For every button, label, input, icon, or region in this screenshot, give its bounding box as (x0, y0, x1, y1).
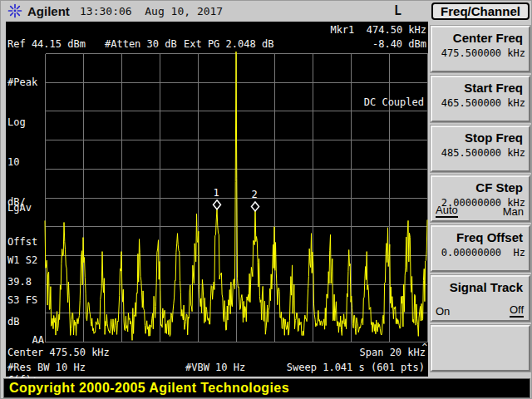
svg-text:1: 1 (213, 187, 219, 199)
menu-title: Freq/Channel (431, 2, 530, 20)
log-scale-label: Log (7, 116, 43, 131)
vbw-annotation: #VBW 10 Hz (185, 362, 245, 374)
copyright-text: Copyright 2000-2005 Agilent Technologies (9, 381, 289, 396)
peak-detector-label: #Peak (7, 76, 43, 91)
svg-text:2: 2 (251, 189, 257, 200)
softkey-title: Stop Freq (465, 131, 523, 145)
softkey-blank[interactable] (431, 325, 530, 372)
copyright-bar: Copyright 2000-2005 Agilent Technologies (3, 378, 530, 398)
agilent-spark-icon (7, 3, 22, 18)
crt-display: 12 Mkr1 474.50 kHz -8.40 dBm Ref 44.15 d… (6, 22, 428, 377)
center-freq-annotation: Center 475.50 kHz (7, 347, 110, 359)
softkey-value: 475.500000 kHz (441, 47, 525, 59)
softkey-value: 465.500000 kHz (441, 97, 525, 109)
db-per-div-value: 10 (7, 156, 43, 171)
toggle-off[interactable]: Off (510, 303, 524, 318)
span-caret: ^ (421, 341, 427, 353)
date-time: 13:30:06 Aug 10, 2017 (80, 5, 223, 17)
softkey-start-freq[interactable]: Start Freq 465.500000 kHz (431, 76, 530, 122)
toggle-man[interactable]: Man (503, 205, 524, 218)
atten-label: #Atten 30 dB (105, 38, 177, 51)
dc-coupled-label: DC Coupled (364, 96, 424, 109)
trace-state-w1s2: W1 S2 (7, 254, 44, 269)
ref-level-label: Ref 44.15 dBm (7, 38, 86, 51)
toggle-on[interactable]: On (436, 305, 450, 318)
softkey-value: 0.00000000 Hz (441, 247, 525, 259)
spectrum-plot: 12 (6, 22, 428, 377)
softkey-freq-offset[interactable]: Freq Offset 0.00000000 Hz (431, 225, 530, 272)
marker-readout-amp: -8.40 dBm (372, 38, 426, 51)
softkey-title: Signal Track (450, 280, 523, 294)
local-mode-indicator: L (394, 3, 401, 18)
trace-state-s3fs: S3 FS (7, 294, 44, 309)
softkey-title: Start Freq (464, 81, 523, 95)
softkey-value: 485.500000 kHz (441, 147, 525, 159)
softkey-signal-track[interactable]: Signal Track On Off (431, 275, 530, 322)
analyzer-front-panel: Agilent 13:30:06 Aug 10, 2017 L 12 Mkr1 … (0, 0, 532, 399)
span-annotation: Span 20 kHz (360, 347, 426, 359)
softkey-title: CF Step (475, 180, 523, 195)
toggle-auto[interactable]: Auto (436, 204, 458, 218)
softkey-title: Freq Offset (456, 230, 523, 244)
softkey-title: Center Freq (453, 31, 523, 45)
brand-label: Agilent (27, 4, 70, 18)
softkey-cf-step[interactable]: CF Step 2.00000000 kHz Auto Man (431, 175, 530, 222)
rbw-annotation: #Res BW 10 Hz (7, 362, 86, 374)
marker-readout-freq: Mkr1 474.50 kHz (330, 24, 426, 37)
log-average-label: LgAv (7, 202, 32, 214)
sweep-annotation: Sweep 1.041 s (601 pts) (287, 362, 425, 374)
softkey-center-freq[interactable]: Center Freq 475.500000 kHz (431, 26, 530, 72)
softkey-stop-freq[interactable]: Stop Freq 485.500000 kHz (431, 126, 530, 172)
ext-pg-label: Ext PG 2.048 dB (184, 38, 273, 51)
